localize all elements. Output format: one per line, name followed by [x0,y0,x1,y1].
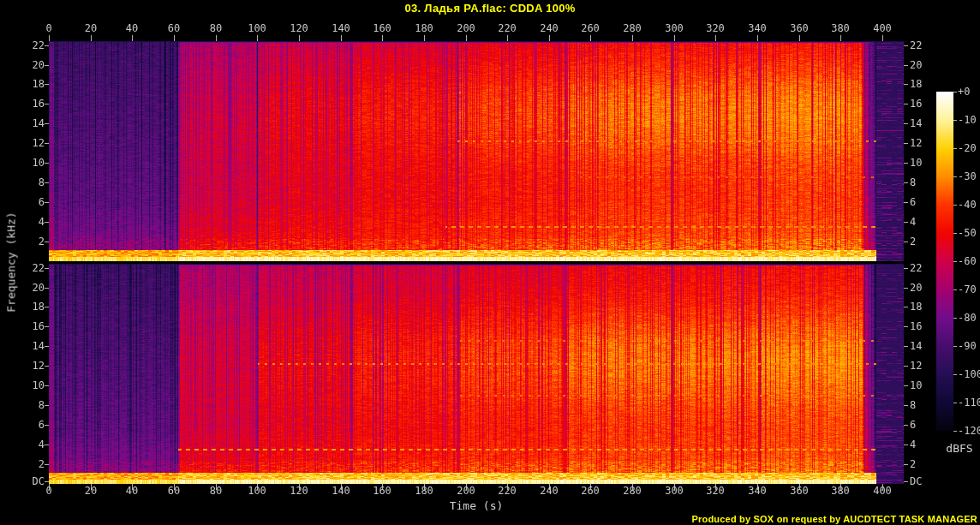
x-tick-label-top: 120 [290,22,308,34]
y-tick-label-right: 22 [910,262,922,274]
y-tick-label-left: 6 [39,196,45,208]
y-tick-label-left: 20 [33,282,45,294]
y-tick-label-right: 14 [910,117,922,129]
y-tick-label-left: 8 [39,399,45,411]
colorbar-tick-label: -90 [958,340,977,352]
colorbar-tick-label: -10 [958,114,977,126]
y-tick-label-right: 12 [910,360,922,372]
colorbar-tick-label: -70 [958,283,977,295]
x-tick-label-bottom: 40 [126,485,138,497]
colorbar-unit-label: dBFS [946,442,972,455]
y-tick-label-left: 12 [33,137,45,149]
x-tick-label-top: 300 [665,22,684,34]
y-tick-label-left: 10 [33,379,45,391]
y-tick-label-right: 6 [910,419,916,431]
x-tick-label-bottom: 140 [332,485,350,497]
x-axis-title: Time (s) [450,499,504,512]
y-tick-label-left: 18 [33,301,45,313]
y-tick-label-right: 14 [910,340,922,352]
x-tick-label-bottom: 220 [498,485,517,497]
y-tick-label-right: 4 [910,438,916,450]
page-title: 03. Ладья PA.flac: CDDA 100% [0,2,980,15]
x-tick-label-bottom: 120 [290,485,308,497]
colorbar-tick-label: -60 [958,255,977,267]
spectrogram-window: 03. Ладья PA.flac: CDDA 100% Frequency (… [0,0,980,525]
y-tick-label-left: 6 [39,419,45,431]
x-tick-label-bottom: 240 [540,485,559,497]
colorbar-tick-label: -40 [958,199,977,211]
x-tick-label-top: 80 [210,22,222,34]
y-tick-label-right: 12 [910,137,922,149]
x-tick-label-top: 340 [748,22,767,34]
x-tick-label-top: 20 [85,22,97,34]
y-tick-label-right: 8 [910,176,916,188]
x-tick-label-top: 280 [623,22,642,34]
y-tick-label-left-dc: DC [33,475,45,487]
y-tick-label-left: 2 [39,458,45,470]
y-tick-label-left: 14 [33,117,45,129]
y-tick-label-right: 2 [910,458,916,470]
x-tick-label-bottom: 280 [623,485,642,497]
x-tick-label-top: 40 [126,22,138,34]
y-tick-label-left: 4 [39,216,45,228]
colorbar-tick-label: -100 [958,368,980,380]
y-tick-label-right: 4 [910,216,916,228]
x-tick-label-top: 360 [790,22,809,34]
y-tick-label-left: 22 [33,262,45,274]
y-tick-label-left: 14 [33,340,45,352]
colorbar-tick-label: -20 [958,142,977,154]
y-tick-label-right: 20 [910,59,922,71]
y-tick-label-right: 18 [910,78,922,90]
y-tick-label-right: 18 [910,301,922,313]
x-tick-label-top: 220 [498,22,517,34]
x-tick-label-bottom: 20 [85,485,97,497]
y-tick-label-left: 16 [33,98,45,110]
x-tick-label-top: 140 [332,22,350,34]
y-tick-label-left: 8 [39,176,45,188]
x-tick-label-top: 160 [373,22,391,34]
x-tick-label-bottom: 180 [415,485,433,497]
y-tick-label-right: 20 [910,282,922,294]
colorbar-tick-label: -30 [958,170,977,182]
x-tick-label-bottom: 400 [873,485,892,497]
x-tick-label-top: 0 [45,22,51,34]
x-tick-label-top: 400 [873,22,892,34]
x-tick-label-bottom: 60 [168,485,180,497]
x-tick-label-top: 320 [706,22,725,34]
y-tick-label-right: 10 [910,379,922,391]
x-tick-label-bottom: 360 [790,485,809,497]
x-tick-label-bottom: 380 [831,485,850,497]
x-tick-label-top: 380 [831,22,850,34]
y-tick-label-left: 4 [39,438,45,450]
y-tick-label-left: 2 [39,236,45,248]
y-tick-label-left: 18 [33,78,45,90]
x-tick-label-bottom: 100 [248,485,266,497]
y-tick-label-left: 16 [33,320,45,332]
x-tick-label-top: 240 [540,22,559,34]
y-tick-label-left: 12 [33,360,45,372]
x-tick-label-bottom: 200 [457,485,475,497]
x-tick-label-top: 60 [168,22,180,34]
y-tick-label-right: 22 [910,39,922,51]
y-axis-title: Frequency (kHz) [5,212,18,312]
x-tick-label-bottom: 300 [665,485,684,497]
spectrogram-canvas [0,0,980,525]
y-tick-label-left: 20 [33,59,45,71]
colorbar-tick-label: +0 [958,86,970,98]
y-tick-label-right: 8 [910,399,916,411]
y-tick-label-right: 6 [910,196,916,208]
x-tick-label-bottom: 320 [706,485,725,497]
x-tick-label-top: 100 [248,22,266,34]
y-tick-label-right: 2 [910,236,916,248]
x-tick-label-bottom: 260 [581,485,600,497]
x-tick-label-bottom: 0 [45,485,51,497]
x-tick-label-bottom: 160 [373,485,391,497]
x-tick-label-top: 180 [415,22,433,34]
y-tick-label-right: 10 [910,157,922,169]
colorbar-tick-label: -110 [958,397,980,409]
y-tick-label-right: 16 [910,98,922,110]
x-tick-label-top: 200 [457,22,475,34]
x-tick-label-bottom: 80 [210,485,222,497]
colorbar-tick-label: -50 [958,227,977,239]
credit-text: Produced by SOX on request by AUCDTECT T… [691,514,977,524]
